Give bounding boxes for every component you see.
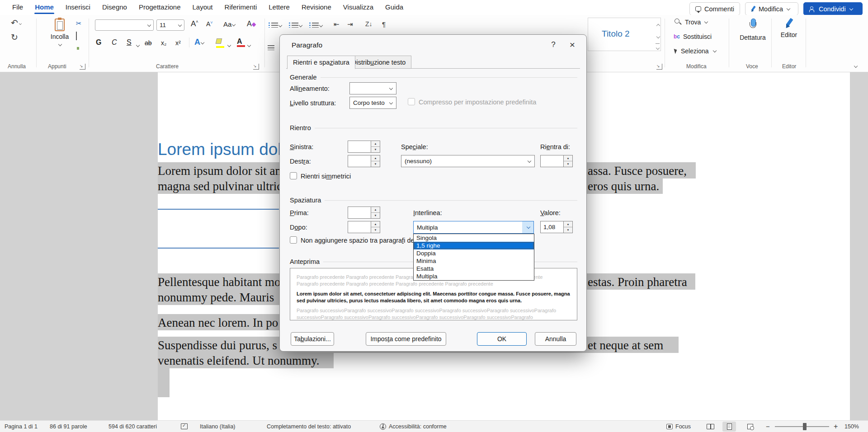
clipboard-dialog-launcher[interactable]: ↘ bbox=[80, 64, 85, 70]
tab-home[interactable]: Home bbox=[29, 0, 60, 14]
line-spacing-combobox[interactable]: Multipla bbox=[413, 221, 534, 234]
redo-button[interactable]: ↻ bbox=[11, 32, 18, 42]
set-as-default-button[interactable]: Imposta come predefinito bbox=[366, 332, 446, 346]
mirror-indents-checkbox[interactable] bbox=[290, 172, 297, 179]
space-before-input[interactable] bbox=[348, 207, 371, 219]
tab-visualizza[interactable]: Visualizza bbox=[337, 0, 379, 14]
underline-options-chevron[interactable] bbox=[136, 41, 139, 49]
accessibility-status[interactable]: Accessibilità: conforme bbox=[380, 423, 447, 430]
focus-mode-button[interactable]: Focus bbox=[666, 423, 691, 430]
font-name-combobox[interactable] bbox=[95, 19, 154, 31]
undo-button[interactable]: ↶ bbox=[11, 18, 22, 28]
replace-button[interactable]: bc Sostituisci bbox=[674, 33, 712, 40]
styles-dialog-launcher[interactable]: ↘ bbox=[656, 64, 662, 70]
italic-button[interactable]: C bbox=[112, 38, 117, 47]
underline-button[interactable]: S bbox=[127, 38, 132, 47]
align-justify-button[interactable] bbox=[268, 44, 274, 52]
change-case-button[interactable]: Aa bbox=[223, 20, 235, 28]
indent-left-spinner[interactable]: ▲▼ bbox=[371, 141, 380, 153]
grow-font-button[interactable]: A˄ bbox=[191, 19, 198, 28]
pilcrow-button[interactable]: ¶ bbox=[382, 20, 386, 28]
indent-left-input[interactable] bbox=[348, 141, 371, 153]
special-combobox[interactable]: (nessuno) bbox=[401, 155, 535, 167]
tab-progettazione[interactable]: Progettazione bbox=[133, 0, 187, 14]
alignment-combobox[interactable] bbox=[349, 82, 396, 94]
read-mode-button[interactable] bbox=[703, 422, 717, 432]
close-icon[interactable]: × bbox=[565, 38, 580, 51]
subscript-button[interactable]: x₂ bbox=[161, 39, 166, 47]
dictate-button[interactable]: Dettatura bbox=[736, 19, 769, 41]
increase-indent-button[interactable]: ⇥ bbox=[347, 20, 353, 28]
multilevel-list-button[interactable] bbox=[312, 21, 322, 29]
page-indicator[interactable]: Pagina 1 di 1 bbox=[5, 423, 38, 430]
editing-mode-button[interactable]: Modifica bbox=[745, 2, 798, 15]
indent-by-spinner[interactable]: ▲▼ bbox=[564, 155, 573, 167]
bullets-button[interactable] bbox=[271, 21, 282, 29]
comments-button[interactable]: Commenti bbox=[689, 2, 740, 15]
char-count[interactable]: 594 di 620 caratteri bbox=[108, 423, 157, 430]
style-titolo2[interactable]: Titolo 2 bbox=[602, 29, 630, 39]
copy-button[interactable] bbox=[76, 32, 77, 40]
space-after-spinner[interactable]: ▲▼ bbox=[371, 221, 380, 233]
dropdown-option-minima[interactable]: Minima bbox=[414, 257, 534, 265]
tab-disegno[interactable]: Disegno bbox=[96, 0, 133, 14]
language-indicator[interactable]: Italiano (Italia) bbox=[200, 423, 236, 430]
dropdown-option-doppia[interactable]: Doppia bbox=[414, 249, 534, 257]
space-after-input[interactable] bbox=[348, 221, 371, 233]
tab-riferimenti[interactable]: Riferimenti bbox=[219, 0, 263, 14]
font-dialog-launcher[interactable]: ↘ bbox=[253, 64, 259, 70]
shrink-font-button[interactable]: A˅ bbox=[206, 20, 213, 28]
zoom-slider-thumb[interactable] bbox=[803, 423, 807, 430]
dropdown-option-multipla[interactable]: Multipla bbox=[414, 272, 534, 280]
ok-button[interactable]: OK bbox=[477, 332, 527, 346]
sort-button[interactable]: Z↓ bbox=[365, 20, 373, 28]
zoom-in-button[interactable]: + bbox=[834, 423, 838, 431]
find-button[interactable]: Trova bbox=[675, 19, 708, 26]
clear-formatting-button[interactable]: A bbox=[247, 20, 255, 28]
web-layout-button[interactable] bbox=[743, 422, 757, 432]
zoom-percentage[interactable]: 150% bbox=[844, 423, 859, 430]
text-effects-button[interactable]: A bbox=[194, 38, 204, 47]
tab-lettere[interactable]: Lettere bbox=[263, 0, 296, 14]
cut-button[interactable]: ✂ bbox=[76, 19, 82, 28]
numbering-button[interactable] bbox=[292, 21, 302, 29]
zoom-out-button[interactable]: − bbox=[766, 423, 770, 430]
share-button[interactable]: Condividi bbox=[803, 2, 863, 15]
tab-rientri-e-spaziatura[interactable]: Rientri e spaziatura bbox=[287, 56, 355, 69]
styles-more-button[interactable] bbox=[656, 43, 660, 52]
dropdown-option-15-righe[interactable]: 1,5 righe bbox=[414, 242, 534, 249]
select-button[interactable]: Seleziona bbox=[675, 47, 716, 55]
font-size-combobox[interactable]: 11 bbox=[156, 19, 184, 31]
paste-button[interactable]: Incolla bbox=[47, 19, 72, 48]
tabs-button[interactable]: Tabulazioni... bbox=[291, 332, 334, 346]
indent-by-input[interactable] bbox=[540, 155, 564, 167]
font-color-button[interactable]: A bbox=[237, 38, 245, 47]
styles-scroll-up[interactable] bbox=[656, 20, 660, 28]
no-space-same-style-checkbox[interactable] bbox=[290, 236, 297, 244]
cancel-button[interactable]: Annulla bbox=[535, 332, 576, 346]
line-spacing-at-input[interactable]: 1,08 bbox=[540, 221, 564, 233]
tab-file[interactable]: File bbox=[6, 0, 29, 14]
tab-distribuzione-testo[interactable]: Distribuzione testo bbox=[346, 56, 411, 69]
styles-scroll-down[interactable] bbox=[656, 33, 660, 41]
outline-level-combobox[interactable]: Corpo testo bbox=[349, 97, 396, 109]
indent-right-spinner[interactable]: ▲▼ bbox=[371, 155, 380, 167]
superscript-button[interactable]: x² bbox=[175, 39, 181, 47]
font-color-chevron[interactable] bbox=[247, 41, 250, 49]
proofing-icon[interactable] bbox=[181, 423, 188, 429]
bold-button[interactable]: G bbox=[96, 38, 101, 47]
tab-revisione[interactable]: Revisione bbox=[296, 0, 337, 14]
tab-layout[interactable]: Layout bbox=[187, 0, 219, 14]
line-spacing-at-spinner[interactable]: ▲▼ bbox=[564, 221, 573, 233]
collapse-ribbon-button[interactable] bbox=[854, 62, 857, 70]
dropdown-option-esatta[interactable]: Esatta bbox=[414, 265, 534, 272]
space-before-spinner[interactable]: ▲▼ bbox=[371, 207, 380, 219]
dropdown-option-singola[interactable]: Singola bbox=[414, 234, 534, 242]
zoom-slider-track[interactable] bbox=[775, 426, 829, 427]
help-button[interactable]: ? bbox=[546, 38, 561, 51]
word-count[interactable]: 86 di 91 parole bbox=[50, 423, 87, 430]
decrease-indent-button[interactable]: ⇤ bbox=[334, 20, 340, 28]
tab-inserisci[interactable]: Inserisci bbox=[60, 0, 96, 14]
text-completion-indicator[interactable]: Completamento del testo: attivato bbox=[267, 423, 351, 430]
strikethrough-button[interactable]: ab bbox=[145, 39, 152, 47]
